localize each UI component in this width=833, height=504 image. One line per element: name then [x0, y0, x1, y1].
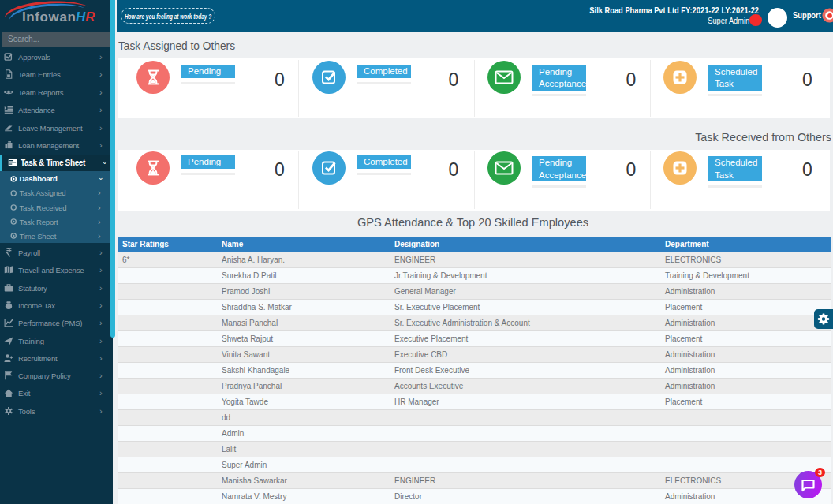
svg-text:HR: HR — [76, 9, 95, 24]
svg-text:Infowan: Infowan — [22, 9, 76, 24]
